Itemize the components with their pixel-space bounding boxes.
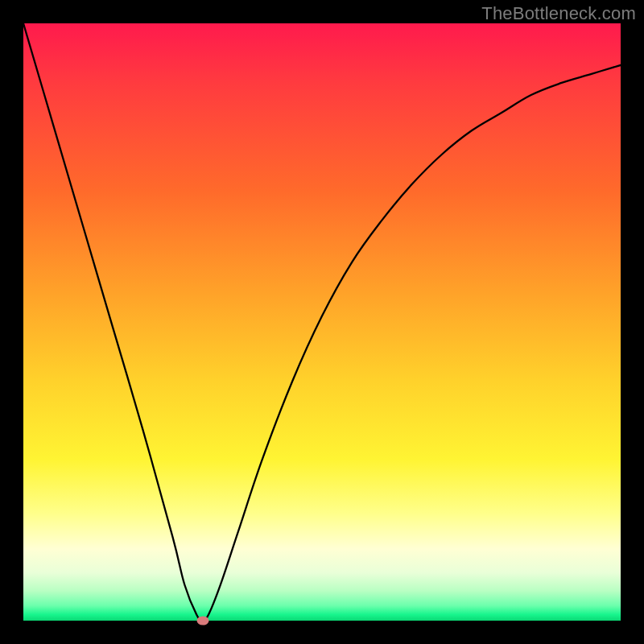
chart-frame: TheBottleneck.com (0, 0, 644, 644)
bottleneck-curve (23, 23, 621, 621)
watermark-text: TheBottleneck.com (481, 3, 636, 24)
curve-layer (23, 23, 621, 621)
optimum-marker (196, 617, 208, 625)
plot-area (23, 23, 621, 621)
